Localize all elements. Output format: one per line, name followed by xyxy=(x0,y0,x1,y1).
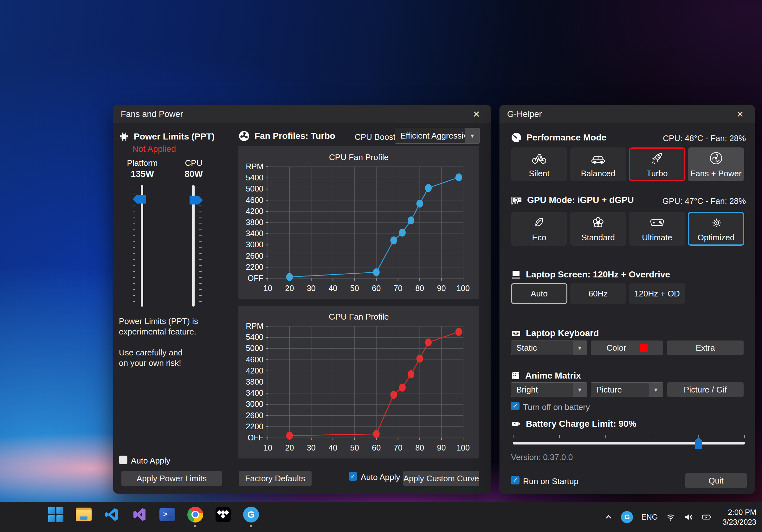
chip-icon xyxy=(119,131,129,142)
taskbar-icons: >_ G xyxy=(47,506,259,523)
chevron-up-icon[interactable] xyxy=(604,513,613,521)
run-on-startup-label: Run on Startup xyxy=(523,477,578,486)
battery-charging-icon[interactable] xyxy=(702,513,712,521)
battery-icon xyxy=(511,419,521,429)
svg-text:GPU Fan Profile: GPU Fan Profile xyxy=(329,312,389,322)
sparkle-gear-icon xyxy=(709,215,723,230)
chevron-down-icon[interactable]: ▾ xyxy=(649,383,663,397)
anime-mode-dropdown[interactable]: Picture ▾ xyxy=(591,382,663,397)
svg-text:10: 10 xyxy=(264,284,272,293)
file-explorer-icon[interactable] xyxy=(75,506,92,523)
svg-text:100: 100 xyxy=(456,284,470,293)
battery-slider[interactable] xyxy=(513,442,745,444)
ghelper-title: G-Helper xyxy=(507,110,542,119)
svg-text:2200: 2200 xyxy=(246,422,264,431)
fans-window-titlebar[interactable]: Fans and Power ✕ xyxy=(113,105,491,123)
svg-text:CPU Fan Profile: CPU Fan Profile xyxy=(329,153,389,162)
speaker-icon[interactable] xyxy=(684,513,693,521)
keyboard-mode-dropdown[interactable]: Static ▾ xyxy=(511,341,587,355)
keyboard-color-button[interactable]: Color xyxy=(591,341,663,355)
svg-text:OFF: OFF xyxy=(248,273,264,282)
mode-button-ultimate[interactable]: Ultimate xyxy=(629,212,685,246)
ghelper-titlebar[interactable]: G-Helper ✕ xyxy=(499,105,755,123)
anime-mode-value: Picture xyxy=(591,385,649,395)
cpu-slider-ticks xyxy=(199,187,201,305)
tidal-icon[interactable] xyxy=(215,506,231,523)
powershell-icon[interactable]: >_ xyxy=(159,506,176,523)
platform-label: Platform xyxy=(120,158,165,168)
curve-auto-apply-checkbox[interactable]: ✓ xyxy=(349,472,357,481)
fan-profiles-heading: Fan Profiles: Turbo xyxy=(238,130,335,142)
anime-brightness-dropdown[interactable]: Bright ▾ xyxy=(511,382,587,397)
apply-custom-curve-button[interactable]: Apply Custom Curve xyxy=(403,471,479,486)
gpu-fan-chart[interactable]: GPU Fan Profile102030405060708090100OFF2… xyxy=(238,306,479,458)
chevron-down-icon[interactable]: ▾ xyxy=(573,383,587,397)
svg-text:30: 30 xyxy=(307,443,316,452)
power-auto-apply-checkbox[interactable] xyxy=(119,456,127,464)
gpu-mode-heading: GPU Mode: iGPU + dGPU xyxy=(511,195,634,205)
close-icon[interactable]: ✕ xyxy=(469,107,483,121)
svg-text:4600: 4600 xyxy=(246,195,264,204)
screen-button-auto[interactable]: Auto xyxy=(511,283,568,304)
svg-text:40: 40 xyxy=(328,443,337,452)
chrome-icon[interactable] xyxy=(187,506,203,523)
chevron-down-icon[interactable]: ▾ xyxy=(573,341,587,355)
screen-icon xyxy=(511,270,521,279)
svg-text:30: 30 xyxy=(307,284,316,293)
language-indicator[interactable]: ENG xyxy=(641,513,658,521)
svg-text:60: 60 xyxy=(372,443,381,452)
svg-text:100: 100 xyxy=(456,443,470,452)
screen-button-120hz-od[interactable]: 120Hz + OD xyxy=(629,283,685,304)
vscode-icon[interactable] xyxy=(103,506,120,523)
battery-slider-handle[interactable] xyxy=(695,437,702,449)
ghelper-taskbar-icon[interactable]: G xyxy=(243,506,259,523)
color-swatch xyxy=(640,344,648,352)
anime-matrix-heading: Anime Matrix xyxy=(511,371,581,381)
factory-defaults-button[interactable]: Factory Defaults xyxy=(239,471,312,486)
gpu-temp-status: GPU: 47°C - Fan: 28% xyxy=(662,196,746,206)
fan-icon xyxy=(238,130,250,142)
fans-and-power-window: Fans and Power ✕ Power Limits (PPT) Not … xyxy=(113,105,491,494)
quit-button[interactable]: Quit xyxy=(685,473,747,488)
mode-button-turbo[interactable]: Turbo xyxy=(629,147,685,181)
battery-slider-ticks xyxy=(513,435,745,438)
run-on-startup-checkbox[interactable]: ✓ xyxy=(511,476,519,485)
mode-button-silent[interactable]: Silent xyxy=(511,147,568,181)
start-icon[interactable] xyxy=(47,506,64,523)
power-limits-status: Not Applied xyxy=(132,144,176,154)
performance-mode-heading: Performance Mode xyxy=(511,132,606,143)
screen-button-60hz[interactable]: 60Hz xyxy=(570,283,626,304)
running-indicator xyxy=(250,525,252,527)
chevron-down-icon[interactable]: ▾ xyxy=(465,128,479,143)
picture-gif-button[interactable]: Picture / Gif xyxy=(667,382,744,397)
apply-power-limits-button[interactable]: Apply Power Limits xyxy=(121,471,222,486)
desktop: Fans and Power ✕ Power Limits (PPT) Not … xyxy=(0,0,762,532)
svg-text:10: 10 xyxy=(264,443,272,452)
version-link[interactable]: Version: 0.37.0.0 xyxy=(511,452,573,462)
running-indicator xyxy=(194,525,196,527)
close-icon[interactable]: ✕ xyxy=(733,107,747,121)
visual-studio-icon[interactable] xyxy=(131,506,148,523)
keyboard-mode-value: Static xyxy=(511,343,573,353)
svg-text:2200: 2200 xyxy=(246,263,264,271)
svg-text:2600: 2600 xyxy=(246,411,264,420)
mode-button-standard[interactable]: Standard xyxy=(570,212,626,246)
power-auto-apply-label: Auto Apply xyxy=(131,456,170,466)
svg-text:4200: 4200 xyxy=(246,366,264,375)
gamepad-icon xyxy=(649,215,665,230)
ghelper-tray-icon[interactable]: G xyxy=(621,511,633,523)
mode-button-fans-power[interactable]: Fans + Power xyxy=(688,147,744,181)
svg-text:3400: 3400 xyxy=(246,388,264,397)
mode-button-optimized[interactable]: Optimized xyxy=(688,212,744,246)
svg-text:90: 90 xyxy=(437,284,446,293)
cpu-boost-dropdown[interactable]: Efficient Aggressive ▾ xyxy=(395,128,480,144)
svg-text:5000: 5000 xyxy=(246,344,264,352)
mode-button-balanced[interactable]: Balanced xyxy=(570,147,626,181)
battery-limit-heading: Battery Charge Limit: 90% xyxy=(511,419,637,429)
wifi-icon[interactable] xyxy=(666,513,675,521)
cpu-fan-chart[interactable]: CPU Fan Profile102030405060708090100OFF2… xyxy=(238,146,479,299)
anime-battery-checkbox[interactable]: ✓ xyxy=(511,402,519,410)
clock[interactable]: 2:00 PM 3/23/2023 xyxy=(723,507,756,527)
mode-button-eco[interactable]: Eco xyxy=(511,212,568,246)
keyboard-extra-button[interactable]: Extra xyxy=(667,341,744,355)
